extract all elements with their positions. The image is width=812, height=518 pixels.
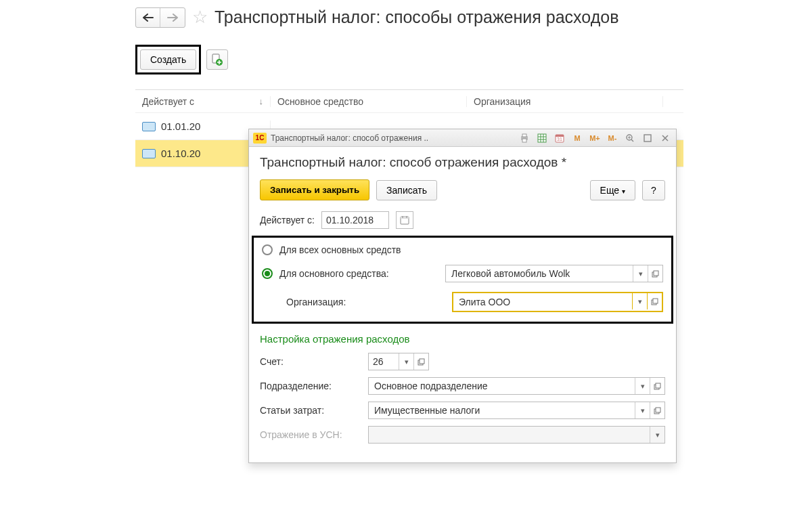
modal-window: 1C Транспортный налог: способ отражения … xyxy=(248,129,677,463)
svg-rect-17 xyxy=(654,271,658,276)
section-title: Настройка отражения расходов xyxy=(260,333,665,345)
sort-arrow-icon: ↓ xyxy=(259,96,264,106)
save-button[interactable]: Записать xyxy=(376,180,437,200)
m-minus-button[interactable]: M- xyxy=(606,132,619,144)
svg-rect-23 xyxy=(656,383,660,388)
svg-rect-4 xyxy=(522,139,526,142)
asset-lookup[interactable]: Легковой автомобиль Wolk ▾ xyxy=(445,265,663,282)
col-header-asset[interactable]: Основное средство xyxy=(271,96,467,107)
date-input[interactable]: 01.10.2018 xyxy=(321,211,389,229)
modal-titlebar[interactable]: 1C Транспортный налог: способ отражения … xyxy=(249,129,676,147)
dept-lookup[interactable]: Основное подразделение ▾ xyxy=(368,377,665,395)
org-label: Организация: xyxy=(286,297,445,307)
open-icon[interactable] xyxy=(650,402,664,418)
dropdown-icon: ▾ xyxy=(650,427,664,443)
print-icon[interactable] xyxy=(518,132,531,144)
svg-rect-5 xyxy=(538,134,546,142)
svg-rect-15 xyxy=(401,217,409,219)
grid-icon[interactable] xyxy=(535,132,549,144)
selection-highlight-box: Для всех основных средств Для основного … xyxy=(252,236,673,324)
open-icon[interactable] xyxy=(647,293,662,309)
usn-label: Отражение в УСН: xyxy=(260,429,361,440)
open-icon[interactable] xyxy=(413,353,428,370)
row-icon xyxy=(142,122,156,131)
open-icon[interactable] xyxy=(648,265,662,282)
m-plus-button[interactable]: M+ xyxy=(588,132,602,144)
forward-button[interactable] xyxy=(160,8,185,27)
date-label: Действует с: xyxy=(260,215,315,225)
svg-line-10 xyxy=(631,139,633,142)
svg-rect-13 xyxy=(644,135,651,142)
radio-all-label: Для всех основных средств xyxy=(279,244,401,255)
open-icon[interactable] xyxy=(650,378,664,394)
radio-one-label: Для основного средства: xyxy=(279,268,438,279)
chevron-down-icon: ▾ xyxy=(622,188,625,195)
modal-titlebar-text: Транспортный налог: способ отражения .. xyxy=(271,133,428,143)
dropdown-icon[interactable]: ▾ xyxy=(635,378,650,394)
calendar-icon[interactable]: 31 xyxy=(553,132,566,144)
close-icon[interactable] xyxy=(658,132,672,144)
dropdown-icon[interactable]: ▾ xyxy=(399,353,413,370)
svg-text:31: 31 xyxy=(557,137,562,142)
m-button[interactable]: M xyxy=(570,132,584,144)
dropdown-icon[interactable]: ▾ xyxy=(635,402,650,418)
create-button-highlight: Создать xyxy=(135,45,201,74)
nav-buttons xyxy=(135,7,185,28)
radio-all-assets[interactable] xyxy=(262,244,273,255)
back-button[interactable] xyxy=(136,8,160,27)
account-lookup[interactable]: 26 ▾ xyxy=(368,353,429,370)
dropdown-icon[interactable]: ▾ xyxy=(632,293,647,309)
table-header: Действует с ↓ Основное средство Организа… xyxy=(135,90,683,113)
app-logo-icon: 1C xyxy=(253,133,267,144)
page-title: Транспортный налог: способы отражения ра… xyxy=(215,7,618,27)
col-header-org[interactable]: Организация xyxy=(467,96,663,107)
create-button[interactable]: Создать xyxy=(140,49,196,70)
zoom-icon[interactable] xyxy=(623,132,637,144)
svg-rect-21 xyxy=(420,359,424,364)
svg-rect-19 xyxy=(653,299,658,303)
cost-lookup[interactable]: Имущественные налоги ▾ xyxy=(368,402,665,419)
modal-heading: Транспортный налог: способ отражения рас… xyxy=(260,155,665,170)
radio-single-asset[interactable] xyxy=(262,268,273,279)
dept-label: Подразделение: xyxy=(260,381,361,391)
dropdown-icon[interactable]: ▾ xyxy=(633,265,648,282)
svg-rect-25 xyxy=(656,408,660,412)
calendar-picker-icon[interactable] xyxy=(396,211,413,229)
svg-rect-3 xyxy=(522,134,526,137)
usn-lookup: ▾ xyxy=(368,426,665,444)
row-icon xyxy=(142,149,156,158)
org-lookup[interactable]: Элита ООО ▾ xyxy=(452,292,663,312)
favorite-star-icon[interactable]: ☆ xyxy=(192,7,208,28)
maximize-icon[interactable] xyxy=(641,132,654,144)
new-doc-icon-button[interactable] xyxy=(206,49,228,70)
cost-label: Статьи затрат: xyxy=(260,405,361,416)
account-label: Счет: xyxy=(260,356,361,367)
more-button[interactable]: Еще ▾ xyxy=(590,180,635,200)
save-and-close-button[interactable]: Записать и закрыть xyxy=(260,179,369,200)
col-header-date[interactable]: Действует с ↓ xyxy=(135,96,271,107)
help-button[interactable]: ? xyxy=(642,180,665,200)
